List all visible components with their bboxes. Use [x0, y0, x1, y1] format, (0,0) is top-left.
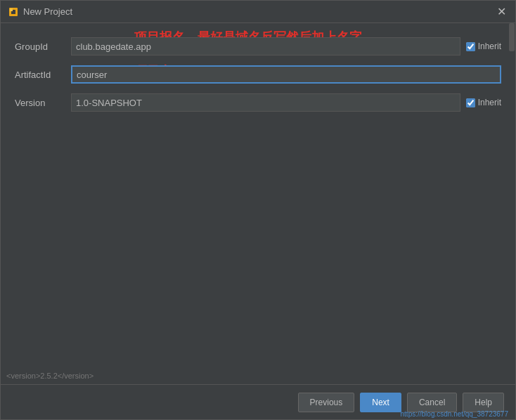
- version-inherit-area: Inherit: [466, 98, 501, 107]
- groupid-input[interactable]: [71, 37, 460, 55]
- xml-hint-text: <version>2.5.2</version>: [1, 372, 93, 380]
- previous-button[interactable]: Previous: [298, 393, 355, 412]
- titlebar: New Project ✕: [1, 1, 515, 23]
- groupid-label: GroupId: [15, 41, 71, 52]
- version-input-wrapper: [71, 93, 460, 112]
- footer: Previous Next Cancel Help https://blog.c…: [1, 384, 515, 419]
- content-area: 项目报名，最好是域名反写然后加上名字 GroupId Inherit 项目名 A…: [1, 23, 515, 384]
- xml-hint-area: <version>2.5.2</version>: [1, 370, 508, 384]
- groupid-row: GroupId Inherit: [15, 37, 501, 55]
- titlebar-left: New Project: [8, 6, 72, 18]
- close-button[interactable]: ✕: [494, 5, 508, 19]
- next-button[interactable]: Next: [360, 393, 401, 412]
- cancel-button[interactable]: Cancel: [407, 393, 457, 412]
- version-label: Version: [15, 98, 71, 108]
- version-row: Version Inherit: [15, 93, 501, 112]
- groupid-inherit-area: Inherit: [466, 41, 501, 51]
- artifactid-input-wrapper: [71, 65, 501, 84]
- footer-url: https://blog.csdn.net/qq_38723677: [401, 410, 508, 418]
- version-inherit-checkbox[interactable]: [466, 98, 475, 107]
- artifactid-label: ArtifactId: [15, 70, 71, 80]
- groupid-inherit-checkbox[interactable]: [466, 42, 475, 51]
- scrollbar[interactable]: [508, 23, 515, 384]
- version-inherit-label: Inherit: [478, 98, 501, 107]
- scrollbar-thumb: [509, 23, 515, 51]
- groupid-input-wrapper: [71, 37, 460, 55]
- project-icon: [8, 6, 19, 18]
- help-button[interactable]: Help: [463, 393, 504, 412]
- svg-rect-2: [10, 8, 13, 11]
- version-input[interactable]: [71, 93, 460, 112]
- artifactid-row: ArtifactId: [15, 65, 501, 84]
- groupid-inherit-label: Inherit: [478, 41, 501, 51]
- artifactid-input[interactable]: [71, 65, 501, 84]
- dialog-title: New Project: [23, 6, 72, 17]
- new-project-dialog: New Project ✕ 项目报名，最好是域名反写然后加上名字 GroupId…: [0, 0, 516, 420]
